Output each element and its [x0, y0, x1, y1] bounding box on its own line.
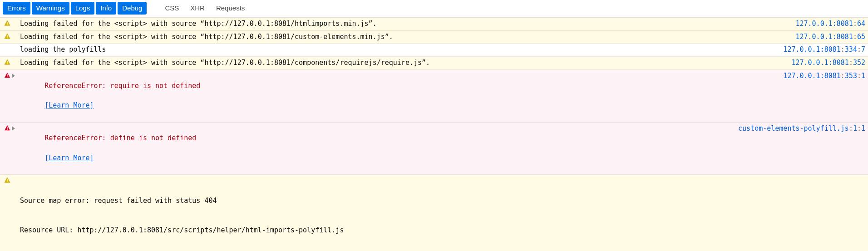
console-row[interactable]: Source map error: request failed with st…: [0, 175, 868, 251]
filter-xhr[interactable]: XHR: [186, 2, 209, 15]
message-source[interactable]: custom-elements-polyfill.js11: [731, 124, 865, 134]
expand-caret-icon[interactable]: [12, 71, 19, 78]
svg-rect-9: [7, 129, 7, 129]
svg-rect-3: [7, 37, 7, 38]
filter-info[interactable]: Info: [96, 2, 116, 15]
filter-warnings[interactable]: Warnings: [32, 2, 69, 15]
warning-icon: [3, 58, 12, 65]
console-row[interactable]: Loading failed for the <script> with sou…: [0, 31, 868, 44]
message-source[interactable]: 127.0.0.1:808164: [788, 19, 865, 29]
console-messages: Loading failed for the <script> with sou…: [0, 18, 868, 251]
warning-icon: [3, 19, 12, 26]
svg-rect-8: [7, 127, 7, 128]
filter-errors[interactable]: Errors: [3, 2, 30, 15]
svg-rect-11: [7, 182, 7, 182]
filter-css[interactable]: CSS: [160, 2, 183, 15]
filter-logs[interactable]: Logs: [71, 2, 95, 15]
svg-rect-7: [7, 76, 7, 77]
svg-rect-6: [7, 74, 7, 76]
console-filter-toolbar: Errors Warnings Logs Info Debug CSS XHR …: [0, 0, 868, 18]
svg-rect-5: [7, 64, 7, 64]
message-source[interactable]: 127.0.0.1:8081352: [784, 58, 865, 68]
learn-more-link[interactable]: [Learn More]: [44, 101, 94, 109]
filter-requests[interactable]: Requests: [212, 2, 249, 15]
error-icon: [3, 124, 12, 131]
console-row[interactable]: loading the polyfills 127.0.0.1:80813347: [0, 44, 868, 57]
svg-rect-4: [7, 61, 7, 63]
console-row[interactable]: ReferenceError: require is not defined […: [0, 70, 868, 123]
svg-rect-2: [7, 35, 7, 37]
console-row[interactable]: ReferenceError: define is not defined [L…: [0, 123, 868, 175]
expand-caret-icon[interactable]: [12, 124, 19, 131]
message-text: Loading failed for the <script> with sou…: [19, 19, 788, 29]
learn-more-link[interactable]: [Learn More]: [44, 154, 94, 162]
error-icon: [3, 71, 12, 79]
svg-rect-0: [7, 22, 7, 24]
console-row[interactable]: Loading failed for the <script> with sou…: [0, 57, 868, 70]
message-text: ReferenceError: define is not defined [L…: [19, 124, 731, 173]
message-text: ReferenceError: require is not defined […: [19, 71, 776, 121]
message-text: Loading failed for the <script> with sou…: [19, 58, 784, 68]
message-text: Loading failed for the <script> with sou…: [19, 32, 788, 42]
svg-rect-10: [7, 179, 7, 181]
warning-icon: [3, 176, 12, 183]
svg-rect-1: [7, 24, 7, 25]
message-source[interactable]: 127.0.0.1:808165: [788, 32, 865, 42]
console-row[interactable]: Loading failed for the <script> with sou…: [0, 18, 868, 31]
filter-debug[interactable]: Debug: [118, 2, 147, 15]
message-source[interactable]: 127.0.0.1:80813531: [776, 71, 865, 81]
message-text: Source map error: request failed with st…: [19, 176, 865, 251]
warning-icon: [3, 32, 12, 39]
message-text: loading the polyfills: [19, 45, 776, 55]
message-source[interactable]: 127.0.0.1:80813347: [776, 45, 865, 55]
